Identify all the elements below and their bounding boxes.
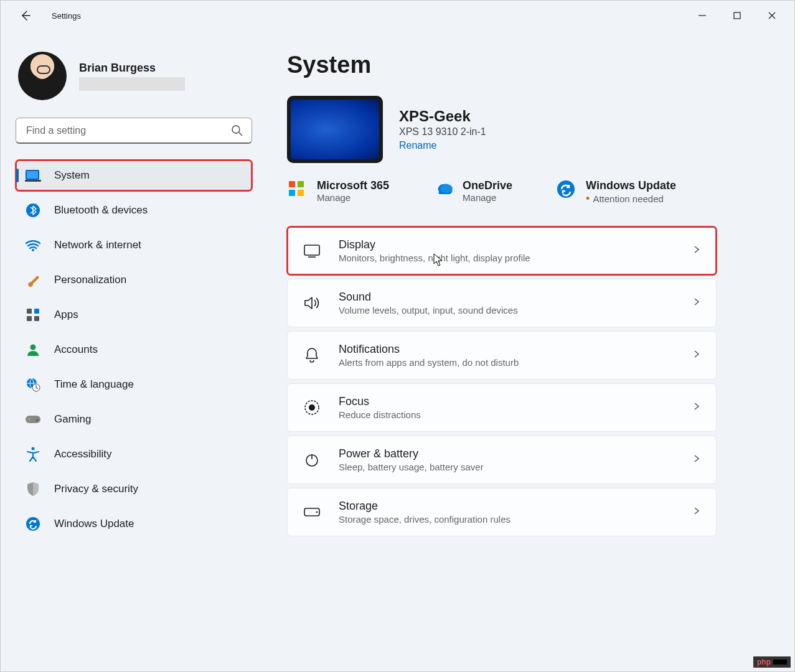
card-title: Display: [339, 238, 530, 251]
chevron-right-icon: [692, 245, 701, 256]
back-button[interactable]: [13, 3, 38, 28]
card-title: Sound: [339, 291, 518, 304]
chevron-right-icon: [692, 297, 701, 309]
svg-point-6: [32, 249, 34, 251]
nav-item-label: Privacy & security: [54, 483, 138, 495]
shield-icon: [24, 480, 42, 498]
nav-item-apps[interactable]: Apps: [16, 299, 252, 330]
nav-item-privacy[interactable]: Privacy & security: [16, 474, 252, 505]
update-icon: [556, 179, 577, 200]
search-input[interactable]: [16, 118, 252, 144]
sub-desc: Manage: [463, 192, 512, 203]
svg-point-1: [232, 126, 240, 133]
card-notifications[interactable]: Notifications Alerts from apps and syste…: [287, 331, 717, 380]
focus-icon: [303, 398, 321, 417]
svg-point-17: [37, 419, 39, 420]
profile[interactable]: Brian Burgess: [16, 52, 257, 100]
display-icon: [303, 241, 321, 260]
sound-icon: [303, 294, 321, 312]
nav-item-network[interactable]: Network & internet: [16, 230, 252, 261]
nav-item-accounts[interactable]: Accounts: [16, 334, 252, 365]
page-title: System: [287, 52, 774, 78]
search-icon: [231, 124, 243, 139]
rename-link[interactable]: Rename: [399, 140, 436, 151]
svg-point-11: [31, 345, 36, 350]
search: [16, 118, 252, 144]
chevron-right-icon: [692, 402, 701, 413]
apps-icon: [24, 306, 42, 324]
watermark: php: [753, 656, 791, 668]
ms365-icon: [287, 179, 308, 200]
svg-rect-0: [734, 12, 740, 19]
brush-icon: [24, 271, 42, 289]
subscription-row: Microsoft 365 Manage OneDrive Manage W: [287, 179, 774, 205]
svg-point-18: [36, 420, 37, 421]
sub-item-microsoft365[interactable]: Microsoft 365 Manage: [287, 179, 389, 205]
sub-title: Microsoft 365: [317, 179, 389, 192]
nav-item-label: Accounts: [54, 343, 98, 356]
card-sound[interactable]: Sound Volume levels, output, input, soun…: [287, 279, 717, 327]
sub-desc: Manage: [317, 192, 389, 203]
minimize-icon: [698, 11, 707, 20]
nav-item-bluetooth[interactable]: Bluetooth & devices: [16, 195, 252, 226]
sidebar: Brian Burgess System Bluetooth & device: [1, 30, 262, 671]
svg-point-16: [36, 418, 37, 419]
svg-rect-10: [34, 316, 39, 321]
svg-rect-4: [25, 180, 41, 182]
card-desc: Volume levels, output, input, sound devi…: [339, 305, 518, 315]
card-focus[interactable]: Focus Reduce distractions: [287, 383, 717, 432]
svg-rect-24: [298, 190, 304, 196]
svg-point-19: [32, 447, 35, 450]
bell-icon: [303, 346, 321, 365]
card-storage[interactable]: Storage Storage space, drives, configura…: [287, 488, 717, 536]
card-desc: Alerts from apps and system, do not dist…: [339, 357, 519, 368]
svg-rect-9: [27, 316, 32, 321]
svg-rect-23: [289, 190, 295, 196]
nav-item-gaming[interactable]: Gaming: [16, 404, 252, 435]
nav-item-label: Windows Update: [54, 518, 134, 530]
onedrive-icon: [433, 179, 454, 200]
card-desc: Monitors, brightness, night light, displ…: [339, 253, 530, 263]
card-title: Notifications: [339, 343, 519, 356]
bluetooth-icon: [24, 202, 42, 219]
svg-rect-3: [27, 171, 38, 179]
card-title: Power & battery: [339, 447, 484, 460]
nav-item-personalization[interactable]: Personalization: [16, 264, 252, 296]
svg-rect-7: [27, 309, 32, 314]
svg-point-32: [316, 511, 318, 513]
nav-item-label: Accessibility: [54, 448, 112, 460]
device-name: XPS-Geek: [399, 108, 486, 125]
close-button[interactable]: [755, 3, 789, 28]
person-icon: [24, 341, 42, 358]
maximize-icon: [733, 11, 741, 20]
storage-icon: [303, 503, 321, 521]
gamepad-icon: [24, 411, 42, 428]
window-title: Settings: [52, 11, 81, 21]
nav-item-label: System: [54, 169, 90, 182]
nav-item-windows-update[interactable]: Windows Update: [16, 508, 252, 539]
sub-title: OneDrive: [463, 179, 512, 192]
nav-item-system[interactable]: System: [16, 160, 252, 191]
card-display[interactable]: Display Monitors, brightness, night ligh…: [287, 226, 717, 275]
nav-item-label: Bluetooth & devices: [54, 204, 148, 217]
minimize-button[interactable]: [685, 3, 720, 28]
svg-point-15: [29, 419, 30, 420]
chevron-right-icon: [692, 350, 701, 361]
svg-rect-22: [298, 181, 304, 187]
nav-item-label: Network & internet: [54, 239, 141, 251]
nav-item-accessibility[interactable]: Accessibility: [16, 439, 252, 470]
sub-item-windows-update[interactable]: Windows Update Attention needed: [556, 179, 676, 205]
sub-item-onedrive[interactable]: OneDrive Manage: [433, 179, 512, 205]
maximize-button[interactable]: [720, 3, 755, 28]
sub-desc: Attention needed: [586, 192, 676, 205]
arrow-left-icon: [19, 9, 32, 22]
card-title: Storage: [339, 500, 510, 513]
power-icon: [303, 450, 321, 469]
system-icon: [24, 167, 42, 184]
chevron-right-icon: [692, 454, 701, 465]
card-power-battery[interactable]: Power & battery Sleep, battery usage, ba…: [287, 436, 717, 484]
card-desc: Storage space, drives, configuration rul…: [339, 514, 510, 525]
nav-item-time-language[interactable]: Time & language: [16, 369, 252, 400]
svg-point-29: [309, 404, 315, 411]
avatar: [18, 52, 67, 100]
